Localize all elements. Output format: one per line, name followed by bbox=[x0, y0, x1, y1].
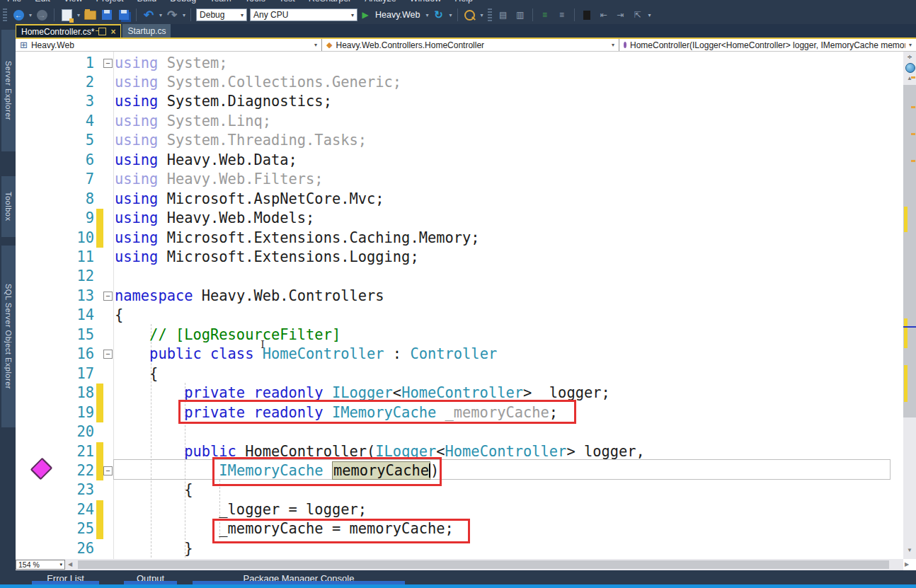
menu-item-edit[interactable]: Edit bbox=[35, 0, 50, 5]
code-line-15[interactable]: 15 // [LogResourceFilter] bbox=[16, 325, 903, 345]
undo-button[interactable]: ↶ bbox=[142, 8, 156, 22]
menu-item-resharper[interactable]: ReSharper bbox=[309, 0, 351, 5]
toggle-bookmark-button[interactable] bbox=[580, 8, 594, 22]
code-line-1[interactable]: 1−using System; bbox=[16, 54, 903, 74]
code-line-8[interactable]: 8using Microsoft.AspNetCore.Mvc; bbox=[16, 190, 903, 209]
breadcrumb-member-dropdown[interactable]: HomeController(ILogger<HomeController> l… bbox=[619, 39, 916, 51]
run-dropdown-icon[interactable]: ▾ bbox=[426, 12, 429, 18]
code-line-23[interactable]: 23 { bbox=[16, 480, 903, 500]
menu-item-debug[interactable]: Debug bbox=[170, 0, 196, 5]
menu-item-team[interactable]: Team bbox=[210, 0, 231, 5]
redo-button[interactable]: ↷ bbox=[165, 8, 179, 22]
find-in-files-button[interactable] bbox=[463, 8, 477, 22]
code-line-16[interactable]: 16− public class HomeController : Contro… bbox=[16, 345, 903, 364]
document-tab-homecontroller-cs-[interactable]: HomeController.cs*× bbox=[16, 24, 121, 38]
analysis-status-icon[interactable] bbox=[905, 63, 915, 73]
scroll-left-icon[interactable]: ◀ bbox=[68, 561, 72, 567]
code-line-2[interactable]: 2using System.Collections.Generic; bbox=[16, 73, 903, 93]
previous-bookmark-button[interactable]: ⇤ bbox=[597, 8, 611, 22]
comment-button[interactable]: ▤ bbox=[496, 8, 510, 22]
save-all-button[interactable] bbox=[117, 8, 131, 22]
menu-item-window[interactable]: Window bbox=[410, 0, 441, 5]
indent-button[interactable]: ≡ bbox=[538, 8, 552, 22]
toolbar-grip[interactable] bbox=[488, 8, 492, 21]
code-line-24[interactable]: 24 _logger = logger; bbox=[16, 500, 903, 520]
startup-project-label[interactable]: Heavy.Web bbox=[375, 10, 420, 20]
menu-item-build[interactable]: Build bbox=[137, 0, 156, 5]
code-line-14[interactable]: 14{ bbox=[16, 306, 903, 325]
code-line-12[interactable]: 12 bbox=[16, 267, 903, 287]
scroll-right-icon[interactable]: ▶ bbox=[905, 561, 909, 567]
fold-collapse-icon[interactable]: − bbox=[103, 59, 113, 68]
clear-bookmarks-button[interactable]: ⇱ bbox=[631, 8, 645, 22]
menu-item-file[interactable]: File bbox=[7, 0, 21, 5]
side-tab-server-explorer[interactable]: Server Explorer bbox=[1, 30, 16, 151]
solution-configuration-combo[interactable]: Debug▾ bbox=[196, 8, 247, 21]
fold-collapse-icon[interactable]: − bbox=[103, 350, 113, 359]
code-line-4[interactable]: 4using System.Linq; bbox=[16, 112, 903, 132]
save-button[interactable] bbox=[100, 8, 114, 22]
code-line-20[interactable]: 20 bbox=[16, 422, 903, 442]
side-tab-toolbox[interactable]: Toolbox bbox=[1, 176, 16, 237]
navigate-back-button[interactable]: ← bbox=[11, 8, 25, 22]
toolbar-grip[interactable] bbox=[3, 8, 7, 21]
code-line-7[interactable]: 7using Heavy.Web.Filters; bbox=[16, 170, 903, 190]
line-number: 9 bbox=[16, 209, 94, 228]
menu-item-help[interactable]: Help bbox=[454, 0, 473, 5]
side-tab-sql-server-object-explorer[interactable]: SQL Server Object Explorer bbox=[1, 246, 16, 427]
menu-item-tools[interactable]: Tools bbox=[245, 0, 265, 5]
next-bookmark-button[interactable]: ⇥ bbox=[614, 8, 628, 22]
code-text: using System.Threading.Tasks; bbox=[115, 131, 367, 150]
splitter-handle-icon[interactable]: ÷ bbox=[903, 52, 916, 61]
outdent-button[interactable]: ≡ bbox=[555, 8, 569, 22]
back-dropdown-icon[interactable]: ▾ bbox=[29, 12, 32, 18]
new-file-dropdown-icon[interactable]: ▾ bbox=[77, 12, 80, 18]
code-text: { bbox=[115, 480, 193, 500]
line-number: 19 bbox=[16, 403, 94, 422]
fold-collapse-icon[interactable]: − bbox=[103, 292, 113, 301]
menu-item-analyze[interactable]: Analyze bbox=[365, 0, 396, 5]
scroll-down-icon[interactable]: ▼ bbox=[903, 547, 916, 553]
new-file-button[interactable] bbox=[59, 8, 74, 22]
navigate-forward-button[interactable]: → bbox=[35, 8, 49, 22]
code-line-22[interactable]: 22− IMemoryCache memoryCache) bbox=[16, 461, 903, 481]
undo-dropdown-icon[interactable]: ▾ bbox=[159, 12, 162, 18]
toolbar-overflow-icon[interactable]: ▾ bbox=[648, 12, 651, 18]
mouse-ibeam-cursor: I bbox=[259, 339, 266, 350]
refresh-button[interactable]: ↻ bbox=[432, 8, 446, 22]
breadcrumb-project-dropdown[interactable]: ⊞ Heavy.Web ▾ bbox=[16, 39, 322, 51]
fold-collapse-icon[interactable]: − bbox=[103, 466, 113, 475]
vertical-scrollbar[interactable]: ÷ ▲ ▼ bbox=[903, 52, 916, 559]
code-line-9[interactable]: 9using Heavy.Web.Models; bbox=[16, 209, 903, 229]
document-tab-startup-cs[interactable]: Startup.cs bbox=[122, 24, 171, 38]
breadcrumb-type-dropdown[interactable]: ◆ Heavy.Web.Controllers.HomeController ▾ bbox=[322, 39, 619, 51]
open-file-button[interactable] bbox=[83, 8, 97, 22]
uncomment-button[interactable]: ▥ bbox=[513, 8, 527, 22]
start-debugging-button[interactable]: ▶ bbox=[360, 8, 370, 22]
code-line-17[interactable]: 17 { bbox=[16, 364, 903, 384]
code-line-6[interactable]: 6using Heavy.Web.Data; bbox=[16, 151, 903, 171]
find-dropdown-icon[interactable]: ▾ bbox=[481, 12, 483, 18]
pin-icon[interactable] bbox=[98, 28, 106, 35]
menu-item-view[interactable]: View bbox=[64, 0, 83, 5]
horizontal-scrollbar[interactable]: 154 % ▾ ◀ bbox=[16, 559, 903, 570]
refresh-dropdown-icon[interactable]: ▾ bbox=[450, 12, 452, 18]
code-line-10[interactable]: 10using Microsoft.Extensions.Caching.Mem… bbox=[16, 229, 903, 248]
redo-dropdown-icon[interactable]: ▾ bbox=[183, 12, 185, 18]
line-number: 20 bbox=[16, 422, 94, 442]
menu-item-project[interactable]: Project bbox=[96, 0, 124, 5]
change-tracking-bar bbox=[96, 442, 103, 461]
code-line-3[interactable]: 3using System.Diagnostics; bbox=[16, 92, 903, 112]
solution-platform-combo[interactable]: Any CPU▾ bbox=[250, 8, 357, 21]
close-icon[interactable]: × bbox=[110, 28, 115, 35]
hscrollbar-thumb[interactable] bbox=[78, 560, 889, 569]
code-line-21[interactable]: 21 public HomeController(ILogger<HomeCon… bbox=[16, 442, 903, 462]
editor-zoom-combo[interactable]: 154 % ▾ bbox=[16, 560, 65, 570]
code-line-11[interactable]: 11using Microsoft.Extensions.Logging; bbox=[16, 248, 903, 267]
code-line-5[interactable]: 5using System.Threading.Tasks; bbox=[16, 131, 903, 151]
forward-icon: → bbox=[37, 10, 47, 21]
code-line-13[interactable]: 13−namespace Heavy.Web.Controllers bbox=[16, 287, 903, 306]
scroll-change-mark bbox=[911, 133, 915, 135]
menu-item-test[interactable]: Test bbox=[279, 0, 295, 5]
code-editor[interactable]: 1−using System;2using System.Collections… bbox=[16, 52, 903, 559]
